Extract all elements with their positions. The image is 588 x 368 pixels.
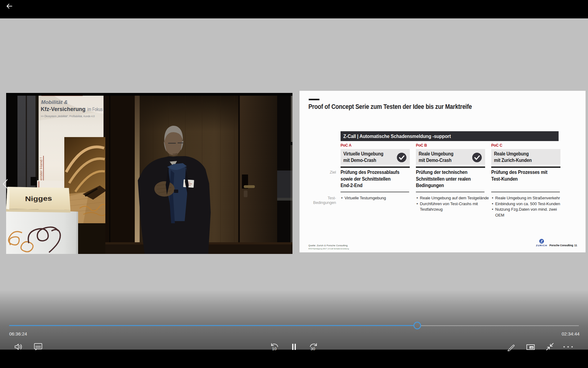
svg-text:Mobilität &: Mobilität & xyxy=(41,99,68,105)
svg-text:Kfz-Versicherung: Kfz-Versicherung xyxy=(41,106,85,112)
svg-text:Nigges: Nigges xyxy=(25,194,52,203)
svg-text:>> Ökosystem „Mobilität“, Prof: >> Ökosystem „Mobilität“, Profitabilität… xyxy=(41,115,95,118)
svg-text:im Fokus: im Fokus xyxy=(87,106,103,112)
